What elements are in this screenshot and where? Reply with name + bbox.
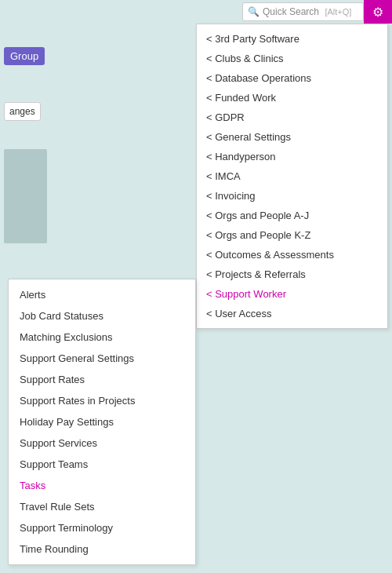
left-menu-item[interactable]: Tasks: [9, 475, 195, 496]
right-menu-item[interactable]: < Funded Work: [197, 88, 387, 108]
right-menu-item[interactable]: < Projects & Referrals: [197, 265, 387, 284]
right-menu-item[interactable]: < Database Operations: [197, 68, 387, 88]
left-menu-item[interactable]: Support General Settings: [9, 348, 195, 369]
right-menu-item[interactable]: < Orgs and People K-Z: [197, 225, 387, 245]
right-menu-item[interactable]: < Outcomes & Assessments: [197, 245, 387, 265]
gear-icon: ⚙: [372, 5, 383, 20]
right-menu-item[interactable]: < GDPR: [197, 108, 387, 127]
left-menu-item[interactable]: Support Services: [9, 432, 195, 454]
left-menu-item[interactable]: Support Teams: [9, 454, 195, 475]
right-menu-item[interactable]: < Invoicing: [197, 186, 387, 206]
right-dropdown-menu: < 3rd Party Software< Clubs & Clinics< D…: [196, 24, 388, 329]
left-submenu: AlertsJob Card StatusesMatching Exclusio…: [8, 279, 196, 565]
left-menu-item[interactable]: Support Terminology: [9, 517, 195, 538]
left-menu-item[interactable]: Support Rates: [9, 369, 195, 390]
left-menu-item[interactable]: Time Rounding: [9, 538, 195, 560]
search-shortcut: [Alt+Q]: [325, 7, 351, 16]
left-menu-item[interactable]: Matching Exclusions: [9, 327, 195, 348]
search-text: Quick Search [Alt+Q]: [263, 6, 351, 17]
right-menu-item[interactable]: < User Access: [197, 304, 387, 323]
right-menu-item[interactable]: < 3rd Party Software: [197, 29, 387, 49]
right-menu-item[interactable]: < General Settings: [197, 127, 387, 147]
right-menu-item[interactable]: < Orgs and People A-J: [197, 206, 387, 225]
search-icon: 🔍: [248, 6, 260, 17]
right-menu-item[interactable]: < Handyperson: [197, 147, 387, 166]
left-menu-list: AlertsJob Card StatusesMatching Exclusio…: [9, 279, 195, 564]
right-menu-item[interactable]: < Clubs & Clinics: [197, 49, 387, 68]
grey-box: [4, 149, 47, 243]
top-bar: 🔍 Quick Search [Alt+Q] ⚙: [0, 0, 392, 24]
search-box[interactable]: 🔍 Quick Search [Alt+Q]: [242, 2, 364, 21]
left-menu-item[interactable]: Job Card Statuses: [9, 305, 195, 327]
right-menu-list: < 3rd Party Software< Clubs & Clinics< D…: [197, 24, 387, 328]
left-menu-item[interactable]: Alerts: [9, 284, 195, 305]
left-menu-item[interactable]: Support Rates in Projects: [9, 390, 195, 411]
changes-button[interactable]: anges: [4, 102, 41, 121]
right-menu-item[interactable]: < Support Worker: [197, 284, 387, 304]
left-menu-item[interactable]: Holiday Pay Settings: [9, 411, 195, 432]
left-menu-item[interactable]: Travel Rule Sets: [9, 496, 195, 517]
search-placeholder: Quick Search: [263, 6, 319, 17]
right-menu-item[interactable]: < IMCA: [197, 166, 387, 186]
settings-button[interactable]: ⚙: [364, 0, 392, 24]
group-button[interactable]: Group: [4, 47, 45, 65]
